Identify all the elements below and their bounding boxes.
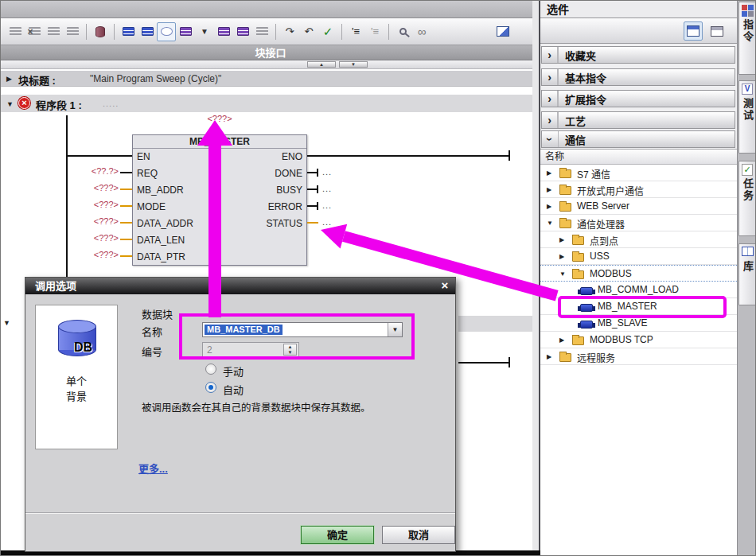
collapse-down-icon[interactable]: ▼ — [6, 100, 14, 108]
chevron-right-icon[interactable]: ▶ — [559, 336, 564, 344]
tab-instructions[interactable]: 指令 — [738, 2, 756, 75]
consistency-check-icon[interactable]: ✓ — [318, 22, 337, 41]
download-to-device-icon[interactable]: ▼ — [195, 22, 214, 41]
insert-box-comment-icon[interactable] — [214, 22, 233, 41]
ok-button[interactable]: 确定 — [301, 526, 374, 544]
chevron-right-icon[interactable]: ▶ — [559, 253, 564, 260]
pin-done[interactable]: DONE — [275, 168, 302, 179]
favorites-settings-icon[interactable] — [252, 22, 271, 41]
operand-mode[interactable]: <???> — [47, 200, 119, 209]
done-operand[interactable]: ... — [322, 167, 332, 177]
pin-en[interactable]: EN — [137, 151, 150, 162]
manual-radio-label[interactable]: 手动 — [223, 364, 244, 379]
chevron-down-icon: › — [542, 131, 558, 147]
network-title-toggle-icon[interactable] — [233, 22, 252, 41]
tree-item-remote-services[interactable]: ▶ 远程服务 — [540, 348, 737, 365]
network-2-collapse-icon[interactable]: ▼ — [3, 319, 10, 327]
tab-libraries[interactable]: 库 — [738, 243, 756, 305]
insert-network-icon[interactable] — [6, 22, 25, 41]
absolute-info-off-icon[interactable]: '≡ — [365, 22, 384, 41]
db-caption-line1: 单个 — [36, 374, 117, 389]
tab-testing[interactable]: V 测试 — [738, 80, 756, 154]
block-interface-bar[interactable]: 块接口 — [1, 45, 540, 60]
go-to-previous-error-icon[interactable]: ↶ — [299, 22, 318, 41]
pin-data-len[interactable]: DATA_LEN — [137, 235, 185, 246]
error-operand[interactable]: ... — [322, 200, 332, 210]
chevron-right-icon[interactable]: ▶ — [547, 353, 551, 360]
create-instance-db-icon[interactable] — [91, 22, 110, 41]
operand-data-len[interactable]: <???> — [47, 233, 119, 243]
section-favorites[interactable]: › 收藏夹 — [541, 46, 735, 64]
tree-item-modbus[interactable]: ▼ MODBUS — [540, 265, 737, 282]
testing-meter-icon: V — [742, 84, 753, 95]
pin-mode[interactable]: MODE — [137, 201, 166, 212]
tree-item-s7-communication[interactable]: ▶ S7 通信 — [540, 165, 737, 181]
tab-label: 测试 — [740, 98, 755, 122]
chevron-right-icon[interactable]: ▶ — [547, 203, 551, 210]
network-comment-placeholder[interactable]: ..... — [103, 99, 119, 108]
communication-tree: 名称 ▶ S7 通信 ▶ 开放式用户通信 ▶ WEB Server ▼ 通信处理… — [540, 149, 737, 556]
chevron-right-icon[interactable]: ▶ — [547, 186, 551, 193]
collapse-down-icon[interactable]: ▼ — [339, 61, 368, 68]
pin-data-ptr[interactable]: DATA_PTR — [137, 251, 185, 262]
absolute-operands-icon[interactable] — [119, 22, 138, 41]
busy-operand[interactable]: ... — [322, 184, 332, 193]
network-overview-icon[interactable] — [138, 22, 157, 41]
section-basic-instructions[interactable]: › 基本指令 — [541, 68, 735, 86]
tree-item-uss[interactable]: ▶ USS — [540, 248, 737, 265]
pin-busy[interactable]: BUSY — [276, 185, 302, 196]
section-technology[interactable]: › 工艺 — [541, 111, 735, 129]
name-column-header[interactable]: 名称 — [540, 150, 737, 165]
operand-data-ptr[interactable]: <???> — [47, 250, 119, 259]
visible-areas-icon[interactable]: ∞ — [412, 22, 431, 41]
dialog-title: 调用选项 — [25, 278, 455, 294]
tree-item-open-user-communication[interactable]: ▶ 开放式用户通信 — [540, 181, 737, 198]
expand-box-parameters-icon[interactable] — [176, 22, 195, 41]
cancel-button[interactable]: 取消 — [382, 526, 455, 544]
pin-error[interactable]: ERROR — [268, 201, 302, 212]
network-1-label: 程序段 1 : — [36, 97, 82, 112]
close-all-networks-icon[interactable] — [63, 22, 82, 41]
manual-radio[interactable] — [205, 364, 216, 375]
maximize-panel-icon[interactable] — [684, 21, 703, 41]
open-all-networks-icon[interactable] — [44, 22, 63, 41]
close-icon[interactable]: × — [438, 279, 452, 293]
toggle-comments-icon[interactable] — [157, 22, 176, 41]
operand-req[interactable]: <??.?> — [47, 166, 119, 176]
go-to-next-error-icon[interactable]: ↷ — [280, 22, 299, 41]
annotation-rect-mb-master — [558, 296, 727, 318]
chevron-right-icon[interactable]: ▶ — [547, 169, 551, 177]
pin-eno[interactable]: ENO — [282, 151, 302, 162]
more-link[interactable]: 更多... — [138, 461, 168, 476]
float-panel-icon[interactable] — [707, 21, 727, 41]
automatic-radio[interactable] — [205, 382, 216, 393]
chevron-down-icon[interactable]: ▼ — [547, 220, 553, 227]
pin-status[interactable]: STATUS — [266, 218, 302, 229]
tree-item-web-server[interactable]: ▶ WEB Server — [540, 198, 737, 215]
pin-req[interactable]: REQ — [137, 168, 158, 179]
block-title-value[interactable]: "Main Program Sweep (Cycle)" — [90, 73, 221, 84]
pin-data-addr[interactable]: DATA_ADDR — [137, 218, 193, 229]
collapse-up-icon[interactable]: ▲ — [307, 61, 336, 68]
section-communication[interactable]: › 通信 — [541, 130, 735, 148]
expand-right-icon[interactable]: ▶ — [6, 75, 12, 83]
tab-tasks[interactable]: ✓ 任务 — [738, 161, 756, 236]
pin-mb-addr[interactable]: MB_ADDR — [137, 185, 184, 196]
delete-network-icon[interactable]: × — [25, 22, 44, 41]
operand-mb-addr[interactable]: <???> — [47, 183, 119, 192]
single-instance-option[interactable]: DB 单个 背景 — [35, 305, 118, 449]
chevron-right-icon[interactable]: ▶ — [559, 236, 564, 243]
network-1-header[interactable]: ▼ × 程序段 1 : ..... — [1, 95, 532, 112]
tree-item-communication-processor[interactable]: ▼ 通信处理器 — [540, 215, 737, 231]
eno-wire — [307, 155, 510, 157]
chevron-down-icon[interactable]: ▼ — [559, 270, 566, 278]
split-editor-icon[interactable] — [493, 22, 512, 41]
section-extended-instructions[interactable]: › 扩展指令 — [541, 90, 735, 107]
absolute-info-on-icon[interactable]: '≡ — [346, 22, 365, 41]
block-title-row[interactable]: ▶ 块标题 : "Main Program Sweep (Cycle)" — [1, 71, 532, 87]
automatic-radio-label[interactable]: 自动 — [223, 382, 244, 397]
tree-item-modbus-tcp[interactable]: ▶ MODBUS TCP — [540, 332, 737, 348]
find-replace-icon[interactable] — [393, 22, 412, 41]
operand-data-addr[interactable]: <???> — [47, 216, 119, 226]
tree-item-point-to-point[interactable]: ▶ 点到点 — [540, 231, 737, 248]
